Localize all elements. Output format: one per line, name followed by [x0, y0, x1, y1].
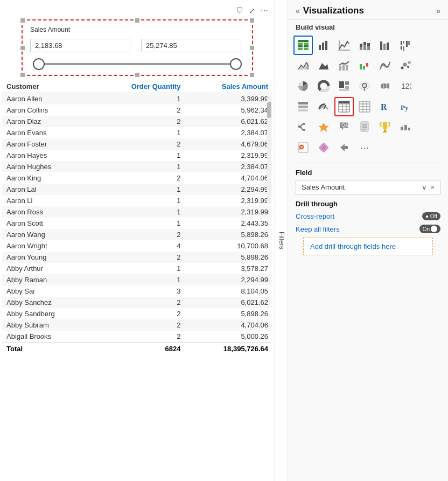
table-row: Aaron Young25,898.26	[2, 252, 272, 263]
filters-label: Filters	[278, 232, 285, 249]
table-row: Aaron Diaz26,021.62	[2, 116, 272, 127]
viz-python-icon[interactable]: Py	[396, 97, 415, 116]
svg-line-73	[300, 127, 303, 130]
viz-ribbon-chart-icon[interactable]	[375, 56, 395, 75]
field-chevron-icon[interactable]: ∨	[422, 183, 427, 191]
more-options-icon[interactable]: ⋯	[261, 6, 268, 15]
field-value: Sales Amount	[302, 183, 345, 191]
viz-map-icon[interactable]	[355, 76, 374, 96]
range-min-input[interactable]	[30, 39, 130, 52]
keep-filters-toggle[interactable]: On	[419, 225, 440, 233]
viz-diamond-icon[interactable]	[314, 138, 333, 157]
viz-more-icon[interactable]: ⋯	[355, 138, 374, 157]
scroll-thumb[interactable]	[267, 102, 271, 118]
viz-r-icon[interactable]: R	[375, 97, 395, 116]
viz-donut-icon[interactable]	[314, 76, 333, 96]
viz-treemap-icon[interactable]	[334, 76, 354, 96]
qty-cell: 2	[93, 331, 185, 343]
viz-pie-chart-icon[interactable]	[293, 76, 313, 96]
footer-total-amount: 18,395,726.64	[185, 343, 272, 355]
qty-cell: 2	[93, 252, 185, 263]
svg-rect-28	[339, 66, 341, 71]
viz-waterfall-icon[interactable]	[355, 56, 374, 75]
viz-decomp-tree-icon[interactable]	[293, 117, 313, 137]
customer-cell: Aaron Hughes	[2, 161, 93, 172]
resize-handle-bl[interactable]	[20, 73, 25, 77]
qty-cell: 2	[93, 319, 185, 331]
viz-row-3: 123	[293, 76, 443, 96]
viz-column-chart-icon[interactable]	[375, 36, 395, 55]
resize-handle-ml[interactable]	[20, 46, 25, 50]
viz-arrows-icon[interactable]	[334, 138, 354, 157]
table-row: Abby Sandberg25,898.26	[2, 308, 272, 319]
add-drill-through-area[interactable]: Add drill-through fields here	[303, 238, 433, 255]
cross-report-toggle-state[interactable]: ● Off	[422, 212, 440, 220]
qty-cell: 1	[93, 263, 185, 274]
viz-scatter-icon[interactable]	[396, 56, 415, 75]
viz-qa-icon[interactable]: Q&A	[334, 117, 354, 137]
svg-rect-9	[325, 41, 327, 50]
viz-stacked-bar-icon[interactable]	[355, 36, 374, 55]
field-clear-icon[interactable]: ×	[430, 183, 435, 191]
viz-paginated-icon[interactable]	[355, 117, 374, 137]
viz-icon-grid: 123	[288, 33, 448, 161]
amount-cell: 10,700.68	[185, 240, 272, 252]
drill-label: Drill through	[296, 200, 440, 208]
viz-mountain-icon[interactable]	[314, 56, 333, 75]
scroll-indicator[interactable]	[267, 96, 271, 204]
viz-area-chart-icon[interactable]	[293, 56, 313, 75]
svg-marker-27	[319, 63, 328, 69]
amount-cell: 5,000.26	[185, 331, 272, 343]
table-row: Abby Raman12,294.99	[2, 274, 272, 285]
viz-multi-row-card-icon[interactable]	[293, 97, 313, 116]
resize-handle-mr[interactable]	[250, 46, 254, 50]
viz-combo-chart-icon[interactable]	[334, 56, 354, 75]
field-dropdown[interactable]: Sales Amount ∨ ×	[296, 180, 440, 194]
viz-line-chart-icon[interactable]	[334, 36, 354, 55]
viz-table-matrix-selected-icon[interactable]	[334, 97, 354, 116]
viz-gauge-icon[interactable]	[314, 97, 333, 116]
svg-point-45	[362, 83, 367, 88]
resize-handle-tr[interactable]	[250, 18, 254, 23]
keep-filters-label: Keep all filters	[296, 225, 340, 233]
viz-number-card-icon[interactable]: 123	[396, 76, 415, 96]
qty-cell: 3	[93, 285, 185, 297]
viz-table-icon[interactable]	[293, 36, 313, 55]
viz-map2-icon[interactable]	[293, 138, 313, 157]
cross-report-toggle[interactable]: ● Off	[422, 212, 440, 220]
resize-handle-br[interactable]	[250, 73, 254, 77]
viz-trophy-icon[interactable]	[375, 117, 395, 137]
table-row: Aaron Lal12,294.99	[2, 184, 272, 195]
filter-icon[interactable]: ⛉	[236, 6, 243, 15]
viz-key-influencers-icon[interactable]	[314, 117, 333, 137]
svg-rect-29	[342, 64, 345, 71]
viz-small-multiples-icon[interactable]	[396, 117, 415, 137]
range-slider-track	[39, 63, 236, 65]
viz-divider	[293, 163, 443, 163]
collapse-panel-icon[interactable]: «	[296, 6, 300, 15]
viz-row-1	[293, 36, 443, 55]
svg-text:123: 123	[401, 82, 411, 90]
viz-filled-map-icon[interactable]	[375, 76, 395, 96]
table-row: Abby Arthur13,578.27	[2, 263, 272, 274]
viz-matrix-icon[interactable]	[355, 97, 374, 116]
table-row: Aaron Ross12,319.99	[2, 206, 272, 218]
svg-point-37	[407, 66, 409, 68]
amount-cell: 2,294.99	[185, 184, 272, 195]
range-handle-right[interactable]	[230, 58, 242, 70]
svg-text:Q&A: Q&A	[341, 122, 350, 128]
svg-line-72	[300, 124, 303, 127]
resize-handle-tm[interactable]	[135, 18, 139, 23]
range-handle-left[interactable]	[33, 58, 45, 70]
qty-cell: 2	[93, 308, 185, 319]
filters-strip[interactable]: Filters	[275, 0, 288, 481]
expand-panel-icon[interactable]: »	[436, 6, 440, 15]
expand-icon[interactable]: ⤢	[249, 6, 255, 15]
keep-filters-toggle-state[interactable]: On	[419, 225, 440, 233]
viz-bar-chart-icon[interactable]	[314, 36, 333, 55]
range-max-input[interactable]	[141, 39, 241, 52]
svg-rect-23	[401, 46, 402, 50]
viz-clustered-bar-icon[interactable]	[396, 36, 415, 55]
resize-handle-tl[interactable]	[20, 18, 25, 23]
resize-handle-bm[interactable]	[135, 73, 139, 77]
